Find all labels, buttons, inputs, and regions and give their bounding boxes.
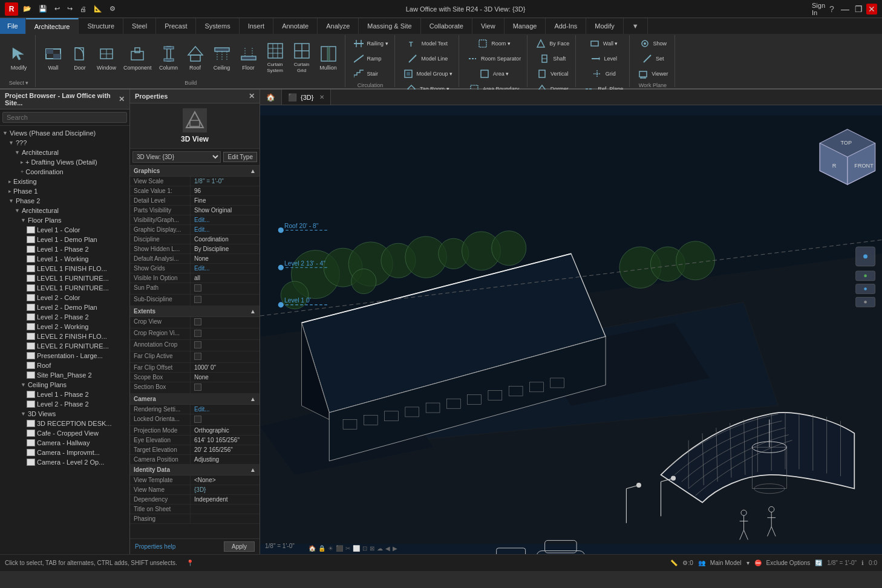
tree-view-site-plan[interactable]: Site Plan_Phase 2 bbox=[0, 370, 129, 380]
properties-close[interactable]: ✕ bbox=[249, 92, 255, 100]
tab-file[interactable]: File bbox=[0, 18, 26, 34]
tree-view-l2-working[interactable]: Level 2 - Working bbox=[0, 322, 129, 332]
window-btn[interactable]: Window bbox=[94, 42, 119, 73]
section-box-checkbox[interactable] bbox=[194, 384, 201, 391]
tree-item-arch2[interactable]: ▼Architectural bbox=[0, 206, 129, 215]
grid-btn[interactable]: Grid bbox=[589, 67, 618, 81]
locked-orient-checkbox[interactable] bbox=[194, 416, 201, 423]
tree-view-roof[interactable]: Roof bbox=[0, 361, 129, 370]
by-face-btn[interactable]: By Face bbox=[532, 36, 572, 51]
prop-section-extents[interactable]: Extents ▲ bbox=[130, 306, 260, 317]
tree-view-l2-phase2[interactable]: Level 2 - Phase 2 bbox=[0, 312, 129, 322]
level-btn[interactable]: Level bbox=[587, 51, 619, 66]
tree-view-hallway[interactable]: Camera - Hallway bbox=[0, 438, 129, 448]
far-clip-checkbox[interactable] bbox=[194, 353, 201, 360]
room-btn[interactable]: Room ▾ bbox=[474, 36, 513, 51]
tree-item-existing[interactable]: ▸Existing bbox=[0, 177, 129, 186]
prop-section-graphics[interactable]: Graphics ▲ bbox=[130, 166, 260, 177]
tree-view-improvt[interactable]: Camera - Improvmt... bbox=[0, 448, 129, 457]
sync-icon[interactable]: 🔄 bbox=[815, 560, 822, 566]
tab-insert[interactable]: Insert bbox=[240, 18, 274, 34]
model-group-btn[interactable]: Model Group ▾ bbox=[400, 67, 456, 81]
tree-view-l1-working[interactable]: Level 1 - Working bbox=[0, 254, 129, 264]
qa-settings[interactable]: ⚙ bbox=[107, 4, 118, 14]
close-btn[interactable]: ✕ bbox=[866, 4, 877, 15]
viewport-canvas[interactable]: .bld { fill: none; stroke: #e8e8e8; stro… bbox=[260, 105, 882, 554]
tab-steel[interactable]: Steel bbox=[123, 18, 156, 34]
tree-view-l2-finish[interactable]: LEVEL 2 FINISH FLO... bbox=[0, 332, 129, 341]
tab-3d[interactable]: ⬛ {3D} ✕ bbox=[282, 90, 331, 105]
show-btn[interactable]: Show bbox=[636, 36, 670, 51]
tree-view-l1-furn2[interactable]: LEVEL 1 FURNITURE... bbox=[0, 283, 129, 293]
tree-view-l2-demo[interactable]: Level 2 - Demo Plan bbox=[0, 302, 129, 312]
viewer-btn[interactable]: Viewer bbox=[635, 67, 670, 81]
tab-architecture[interactable]: Architecture bbox=[26, 18, 79, 34]
nav-sun-icon[interactable]: ☀ bbox=[328, 545, 333, 552]
model-text-btn[interactable]: T Model Text bbox=[405, 36, 450, 51]
door-btn[interactable]: Door bbox=[67, 42, 93, 73]
room-sep-btn[interactable]: Room Separator bbox=[464, 51, 523, 66]
model-line-btn[interactable]: Model Line bbox=[404, 51, 450, 66]
tree-item-drafting[interactable]: ▸+ Drafting Views (Detail) bbox=[0, 157, 129, 167]
annotation-crop-checkbox[interactable] bbox=[194, 341, 201, 348]
tree-item-3dviews[interactable]: ▼3D Views bbox=[0, 409, 129, 419]
sun-path-checkbox[interactable] bbox=[194, 284, 201, 292]
tab-view[interactable]: View bbox=[472, 18, 505, 34]
tree-item-phase2[interactable]: ▼Phase 2 bbox=[0, 196, 129, 206]
tree-item-coordination[interactable]: +Coordination bbox=[0, 167, 129, 177]
vertical-btn[interactable]: Vertical bbox=[534, 67, 571, 81]
modify-btn[interactable]: Modify bbox=[6, 42, 31, 73]
nav-crop-icon[interactable]: ⊡ bbox=[362, 545, 367, 552]
nav-arrow-left[interactable]: ◀ bbox=[385, 545, 390, 552]
tab-contextual[interactable]: ▼ bbox=[624, 18, 648, 34]
tree-item-arch1[interactable]: ▼Architectural bbox=[0, 148, 129, 157]
column-btn[interactable]: Column bbox=[156, 42, 181, 73]
prop-section-identity[interactable]: Identity Data ▲ bbox=[130, 465, 260, 475]
tab-manage[interactable]: Manage bbox=[505, 18, 546, 34]
set-btn[interactable]: Set bbox=[639, 51, 667, 66]
nav-render-icon[interactable]: ⬛ bbox=[336, 545, 343, 552]
tab-systems[interactable]: Systems bbox=[196, 18, 239, 34]
tree-item-ceiling-plans[interactable]: ▼Ceiling Plans bbox=[0, 380, 129, 390]
minimize-btn[interactable]: — bbox=[840, 4, 851, 15]
qa-open[interactable]: 📂 bbox=[21, 4, 34, 14]
properties-help-link[interactable]: Properties help bbox=[135, 543, 175, 550]
tab-addins[interactable]: Add-Ins bbox=[546, 18, 586, 34]
area-btn[interactable]: Area ▾ bbox=[476, 67, 512, 81]
tree-view-presentation[interactable]: Presentation - Large... bbox=[0, 351, 129, 361]
help-icon[interactable]: ? bbox=[826, 4, 837, 15]
edit-type-btn[interactable]: Edit Type bbox=[223, 152, 257, 162]
tree-view-l1-demo[interactable]: Level 1 - Demo Plan bbox=[0, 235, 129, 244]
component-btn[interactable]: Component bbox=[120, 42, 155, 73]
tree-item-qqq[interactable]: ▼??? bbox=[0, 138, 129, 148]
apply-btn[interactable]: Apply bbox=[224, 541, 255, 552]
roof-btn[interactable]: Roof bbox=[183, 42, 208, 73]
nav-lock-icon[interactable]: 🔒 bbox=[318, 545, 325, 552]
tree-view-l2-op[interactable]: Camera - Level 2 Op... bbox=[0, 457, 129, 467]
nav-house-icon[interactable]: 🏠 bbox=[309, 545, 316, 552]
info-icon[interactable]: ℹ bbox=[861, 560, 864, 566]
tree-view-l1-phase2[interactable]: Level 1 - Phase 2 bbox=[0, 244, 129, 254]
datum-wall-btn[interactable]: Wall ▾ bbox=[586, 36, 621, 51]
3d-tab-close[interactable]: ✕ bbox=[319, 94, 324, 100]
tree-view-ceil-l1[interactable]: Level 1 - Phase 2 bbox=[0, 390, 129, 399]
tree-view-3d-reception[interactable]: 3D RECEPTION DESK... bbox=[0, 419, 129, 428]
tree-item-phase1[interactable]: ▸Phase 1 bbox=[0, 186, 129, 196]
qa-measure[interactable]: 📐 bbox=[91, 4, 105, 14]
model-dropdown[interactable]: ▾ bbox=[746, 560, 750, 566]
sign-in-btn[interactable]: Sign In bbox=[813, 4, 824, 15]
stair-btn[interactable]: Stair bbox=[350, 67, 391, 81]
floor-btn[interactable]: Floor bbox=[236, 42, 261, 73]
project-browser-close[interactable]: ✕ bbox=[119, 95, 125, 103]
tree-view-l1-furn1[interactable]: LEVEL 1 FURNITURE... bbox=[0, 273, 129, 283]
prop-view-select[interactable]: 3D View: {3D} bbox=[132, 151, 221, 163]
tree-view-cafe[interactable]: Cafe - Cropped View bbox=[0, 428, 129, 438]
restore-btn[interactable]: ❐ bbox=[853, 4, 864, 15]
prop-section-camera[interactable]: Camera ▲ bbox=[130, 394, 260, 405]
tab-analyze[interactable]: Analyze bbox=[318, 18, 359, 34]
crop-region-checkbox[interactable] bbox=[194, 330, 201, 337]
tab-structure[interactable]: Structure bbox=[79, 18, 123, 34]
curtain-grid-btn[interactable]: CurtainGrid bbox=[289, 39, 315, 75]
curtain-system-btn[interactable]: CurtainSystem bbox=[263, 39, 288, 75]
qa-undo[interactable]: ↩ bbox=[52, 4, 62, 14]
